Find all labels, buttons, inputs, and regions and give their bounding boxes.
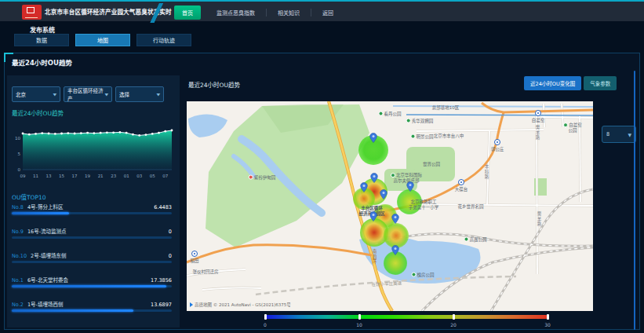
- top10-row: No.21号-填埋场西侧13.6897: [12, 300, 172, 320]
- park-icon: [464, 237, 468, 242]
- park-icon: [563, 123, 568, 127]
- top10-row: No.84号-筛分上料区6.4483: [12, 203, 172, 223]
- legend-tick: [264, 314, 267, 320]
- bar-track: [12, 261, 172, 263]
- map-label: 北京市丰台八中: [434, 134, 464, 139]
- park-icon: [391, 173, 395, 177]
- svg-text:07: 07: [162, 174, 168, 178]
- region-select[interactable]: 北京▼: [12, 86, 60, 102]
- svg-text:05: 05: [150, 174, 155, 178]
- site-pin-marker[interactable]: [369, 131, 377, 146]
- site-pin-marker[interactable]: [370, 171, 378, 186]
- map-section-title: 最近24小时OU趋势: [188, 80, 240, 89]
- nav-items: 首页监测点恶臭指数相关知识返回: [174, 2, 343, 23]
- svg-text:0: 0: [18, 167, 21, 172]
- map-label: 世界公园: [423, 162, 440, 167]
- rank-label: No.9: [12, 229, 24, 235]
- site-pin-marker[interactable]: [380, 188, 387, 203]
- metro-station-icon: [494, 139, 500, 145]
- publish-system-label: 发布系统: [30, 25, 55, 34]
- chevron-down-icon: ▼: [628, 132, 631, 137]
- scenic-icon: [249, 175, 253, 180]
- svg-text:19: 19: [85, 174, 90, 178]
- map-label: 秀华双拥园: [406, 119, 434, 124]
- nav-item-1[interactable]: 首页: [174, 5, 201, 20]
- left-filter-card: 北京▼ 丰台区循环经济产▼ 选择▼ 最近24小时OU趋势 05100911131…: [7, 75, 180, 328]
- legend-tick-label: 20: [450, 322, 457, 328]
- map-label: 白盆窑: [532, 118, 545, 123]
- rank-label: No.1: [12, 277, 24, 284]
- chevron-down-icon: ▼: [156, 92, 160, 97]
- map-label: 槐房公园: [411, 273, 434, 278]
- top-nav-bar: 北京市丰台区循环经济产业园大气恶臭状况实时 首页监测点恶臭指数相关知识返回: [0, 0, 644, 21]
- nav-item-4[interactable]: 返回: [313, 5, 343, 20]
- park-select[interactable]: 丰台区循环经济产▼: [64, 86, 112, 102]
- top10-row: No.102号-填埋场东侧0: [12, 251, 172, 272]
- map-button-1[interactable]: 近24小时OU变化图: [524, 76, 581, 90]
- map-canvas[interactable]: 紫谷伊甸园看丹公园总部基地10区秀华双拥园明景公园世界公园北京市丰台八中郭公庄大…: [187, 101, 593, 311]
- trend-chart-title: 最近24小时OU趋势: [12, 108, 64, 117]
- ou-value: 6.4483: [154, 204, 172, 210]
- svg-text:10: 10: [15, 136, 20, 141]
- metro-station-icon: [458, 179, 464, 185]
- top10-row: No.916号-流动监测点0: [12, 227, 172, 247]
- top10-title: OU值TOP10: [12, 192, 45, 201]
- tab-2[interactable]: 地图: [75, 34, 130, 46]
- nav-item-3[interactable]: 相关知识: [268, 5, 309, 20]
- map-label: 花乡世界名园: [457, 204, 483, 210]
- filter-row: 北京▼ 丰台区循环经济产▼ 选择▼: [12, 86, 164, 102]
- site-select[interactable]: 选择▼: [115, 86, 164, 102]
- park-icon: [411, 273, 416, 277]
- tab-3[interactable]: 行动轨迹: [136, 34, 191, 46]
- rank-label: No.8: [12, 204, 24, 210]
- map-label: 高鑫公园: [464, 237, 486, 243]
- heat-legend-gradient: [265, 315, 548, 319]
- bar-track: [12, 236, 172, 239]
- map-label: 丰科路: [484, 164, 489, 180]
- park-icon: [378, 112, 383, 116]
- top10-row: No.16号-北天堂村委会17.3856: [12, 276, 172, 296]
- site-pin-marker[interactable]: [391, 212, 399, 227]
- ou-value: 0: [169, 253, 172, 259]
- svg-text:13: 13: [46, 174, 52, 178]
- heat-legend: 0102030: [265, 315, 548, 319]
- chevron-down-icon: ▼: [53, 92, 56, 97]
- map-label: 南四环: [372, 249, 377, 265]
- map-label: 北京铁路职工 子弟第十一小学: [409, 199, 439, 210]
- map-label: 明景公园: [410, 134, 433, 140]
- park-icon: [406, 119, 411, 123]
- site-pin-marker[interactable]: [406, 180, 414, 195]
- map-layer-select[interactable]: 8 ▼: [602, 126, 636, 143]
- tab-1[interactable]: 数据: [14, 34, 69, 46]
- map-buttons: 近24小时OU变化图气象参数: [524, 76, 617, 90]
- legend-tick: [547, 314, 549, 320]
- legend-tick-label: 0: [264, 322, 267, 328]
- ou-value: 17.3856: [151, 277, 172, 284]
- site-pin-marker[interactable]: [360, 181, 368, 196]
- scrollbar[interactable]: [634, 71, 635, 330]
- map-label: 看丹公园: [378, 112, 401, 117]
- map-copyright: 高德地图 © 2021 AutoNavi - GS(2021)6375号: [190, 302, 291, 308]
- site-pin-marker[interactable]: [391, 243, 399, 258]
- nav-item-2[interactable]: 监测点恶臭指数: [207, 5, 264, 20]
- legend-tick: [453, 314, 455, 320]
- map-label: 白盆窑公园: [562, 123, 583, 134]
- map-label: 张仪村回迁房: [192, 269, 218, 275]
- site-name: 2号-填埋场东侧: [31, 251, 169, 259]
- map-label: 郭公庄: [491, 147, 504, 152]
- metro-station-icon: [535, 110, 541, 116]
- park-icon: [410, 134, 415, 139]
- bar-fill: [12, 212, 69, 214]
- svg-text:17: 17: [72, 174, 78, 178]
- nav-divider-slash: [146, 3, 166, 23]
- amap-logo-icon: [190, 302, 193, 307]
- ou-value: 13.6897: [151, 302, 172, 308]
- site-pin-marker[interactable]: [369, 210, 377, 225]
- map-button-2[interactable]: 气象参数: [584, 76, 617, 90]
- dashboard-root: 北京市丰台区循环经济产业园大气恶臭状况实时 首页监测点恶臭指数相关知识返回 发布…: [0, 0, 644, 333]
- svg-text:15: 15: [59, 174, 64, 178]
- svg-text:5: 5: [18, 152, 21, 156]
- panel-title: 最近24小时OU趋势: [12, 57, 72, 67]
- app-logo-icon: [22, 5, 42, 20]
- svg-text:11: 11: [33, 174, 38, 178]
